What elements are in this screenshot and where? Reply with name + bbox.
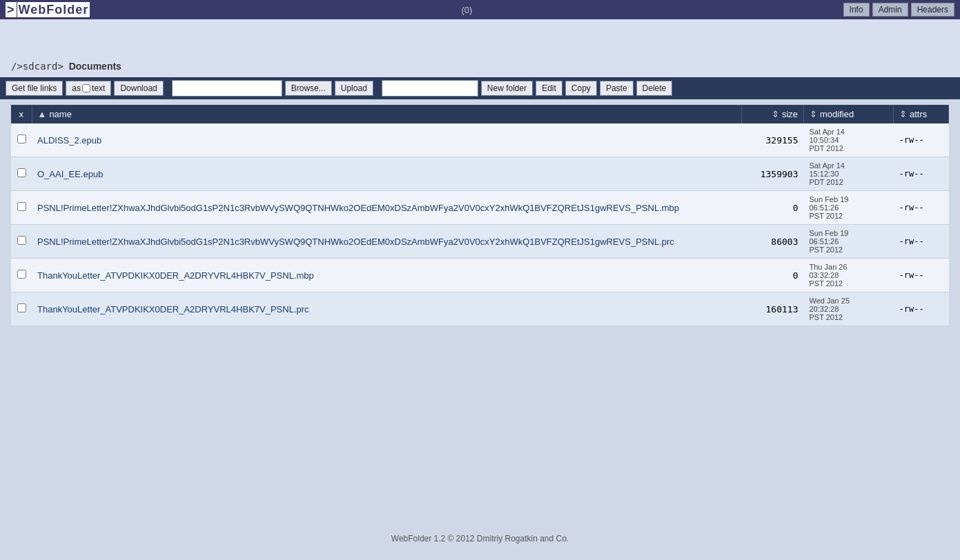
footer-text: WebFolder 1.2 © 2012 Dmitriy Rogatkin an… (391, 534, 569, 543)
paste-button[interactable]: Paste (600, 81, 634, 96)
admin-button[interactable]: Admin (872, 3, 908, 17)
row-checkbox-cell (11, 123, 32, 157)
breadcrumb-path[interactable]: />sdcard> (11, 61, 63, 72)
file-link[interactable]: PSNL!PrimeLetter!ZXhwaXJhdGlvbi5odG1sP2N… (37, 237, 674, 247)
headers-button[interactable]: Headers (911, 3, 954, 17)
row-attrs-cell: -rw-- (894, 225, 949, 259)
file-link[interactable]: O_AAI_EE.epub (37, 169, 103, 179)
breadcrumb: />sdcard> Documents (0, 19, 960, 77)
row-modified-cell: Wed Jan 2520:32:28PST 2012 (804, 292, 894, 326)
as-label: as (72, 83, 81, 93)
row-modified-cell: Thu Jan 2603:32:28PST 2012 (804, 259, 894, 292)
row-size-cell: 329155 (742, 123, 804, 157)
logo: >WebFolder (6, 3, 90, 17)
row-name-cell: O_AAI_EE.epub (32, 157, 742, 191)
col-size-label: size (782, 109, 798, 119)
as-text-group: as text (66, 81, 111, 96)
row-attrs-cell: -rw-- (894, 191, 949, 225)
header: >WebFolder (0) Info Admin Headers (0, 0, 960, 19)
row-checkbox[interactable] (17, 236, 26, 245)
row-checkbox[interactable] (17, 270, 26, 279)
file-link[interactable]: ThankYouLetter_ATVPDKIKX0DER_A2DRYVRL4HB… (37, 304, 309, 314)
logo-bracket: > (6, 2, 17, 17)
row-modified-cell: Sat Apr 1415:12:30PDT 2012 (804, 157, 894, 191)
upload-button[interactable]: Upload (335, 81, 373, 96)
col-header-x[interactable]: x (11, 105, 32, 123)
toolbar: Get file links as text Download Browse..… (0, 77, 960, 99)
info-button[interactable]: Info (843, 3, 870, 17)
row-checkbox-cell (11, 225, 32, 259)
row-size-cell: 0 (742, 259, 804, 292)
table-row: PSNL!PrimeLetter!ZXhwaXJhdGlvbi5odG1sP2N… (11, 225, 949, 259)
row-name-cell: ThankYouLetter_ATVPDKIKX0DER_A2DRYVRL4HB… (32, 259, 742, 292)
row-name-cell: PSNL!PrimeLetter!ZXhwaXJhdGlvbi5odG1sP2N… (32, 191, 742, 225)
table-row: ALDISS_2.epub329155Sat Apr 1410:50:34PDT… (11, 123, 949, 157)
row-size-cell: 160113 (742, 292, 804, 326)
col-header-attrs[interactable]: ⇕attrs (894, 105, 949, 123)
row-checkbox[interactable] (17, 303, 26, 312)
row-checkbox-cell (11, 157, 32, 191)
col-attrs-label: attrs (910, 109, 927, 119)
col-name-label: name (49, 109, 72, 119)
download-button[interactable]: Download (114, 81, 163, 96)
row-attrs-cell: -rw-- (894, 123, 949, 157)
file-table-wrapper: x ▲name ⇕size ⇕modified ⇕attrs ALDISS_2.… (0, 99, 960, 332)
row-checkbox[interactable] (17, 134, 26, 143)
file-table: x ▲name ⇕size ⇕modified ⇕attrs ALDISS_2.… (11, 105, 949, 326)
text-label: text (92, 83, 105, 93)
col-header-size[interactable]: ⇕size (742, 105, 804, 123)
table-row: PSNL!PrimeLetter!ZXhwaXJhdGlvbi5odG1sP2N… (11, 191, 949, 225)
row-name-cell: PSNL!PrimeLetter!ZXhwaXJhdGlvbi5odG1sP2N… (32, 225, 742, 259)
file-table-body: ALDISS_2.epub329155Sat Apr 1410:50:34PDT… (11, 123, 949, 326)
row-size-cell: 86003 (742, 225, 804, 259)
copy-button[interactable]: Copy (565, 81, 597, 96)
notification-count: (0) (461, 5, 472, 15)
col-header-modified[interactable]: ⇕modified (804, 105, 894, 123)
table-header-row: x ▲name ⇕size ⇕modified ⇕attrs (11, 105, 949, 123)
file-link[interactable]: PSNL!PrimeLetter!ZXhwaXJhdGlvbi5odG1sP2N… (37, 203, 679, 213)
row-modified-cell: Sun Feb 1906:51:26PST 2012 (804, 225, 894, 259)
col-header-name[interactable]: ▲name (32, 105, 742, 123)
text-checkbox[interactable] (82, 84, 90, 92)
table-row: ThankYouLetter_ATVPDKIKX0DER_A2DRYVRL4HB… (11, 292, 949, 326)
file-link[interactable]: ALDISS_2.epub (37, 135, 101, 146)
table-row: ThankYouLetter_ATVPDKIKX0DER_A2DRYVRL4HB… (11, 259, 949, 292)
row-checkbox-cell (11, 259, 32, 292)
attrs-sort-icon: ⇕ (899, 109, 907, 119)
col-x-label: x (19, 109, 24, 119)
action-input[interactable] (382, 80, 478, 97)
row-modified-cell: Sun Feb 1906:51:26PST 2012 (804, 191, 894, 225)
file-link[interactable]: ThankYouLetter_ATVPDKIKX0DER_A2DRYVRL4HB… (37, 270, 314, 281)
breadcrumb-folder: Documents (69, 61, 121, 72)
row-name-cell: ThankYouLetter_ATVPDKIKX0DER_A2DRYVRL4HB… (32, 292, 742, 326)
row-attrs-cell: -rw-- (894, 292, 949, 326)
get-file-links-button[interactable]: Get file links (6, 81, 63, 96)
row-size-cell: 1359903 (742, 157, 804, 191)
row-size-cell: 0 (742, 191, 804, 225)
edit-button[interactable]: Edit (536, 81, 562, 96)
col-modified-label: modified (820, 109, 854, 119)
name-sort-icon: ▲ (38, 109, 47, 119)
delete-button[interactable]: Delete (636, 81, 673, 96)
table-row: O_AAI_EE.epub1359903Sat Apr 1415:12:30PD… (11, 157, 949, 191)
logo-text: WebFolder (17, 2, 90, 17)
row-name-cell: ALDISS_2.epub (32, 123, 742, 157)
row-checkbox[interactable] (17, 168, 26, 177)
row-attrs-cell: -rw-- (894, 259, 949, 292)
modified-sort-icon: ⇕ (810, 109, 817, 119)
upload-path-input[interactable] (172, 80, 282, 97)
header-buttons: Info Admin Headers (843, 3, 954, 17)
row-modified-cell: Sat Apr 1410:50:34PDT 2012 (804, 123, 894, 157)
row-checkbox-cell (11, 292, 32, 326)
row-checkbox-cell (11, 191, 32, 225)
size-sort-icon: ⇕ (772, 109, 779, 119)
row-attrs-cell: -rw-- (894, 157, 949, 191)
row-checkbox[interactable] (17, 202, 26, 211)
browse-button[interactable]: Browse... (285, 81, 332, 96)
footer: WebFolder 1.2 © 2012 Dmitriy Rogatkin an… (0, 523, 960, 554)
new-folder-button[interactable]: New folder (481, 81, 533, 96)
